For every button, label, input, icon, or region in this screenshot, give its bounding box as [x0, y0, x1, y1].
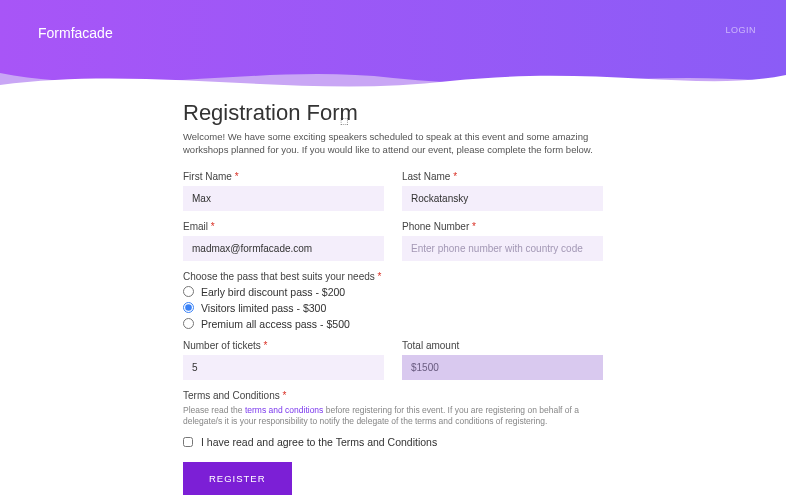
intro-text: Welcome! We have some exciting speakers …: [183, 130, 603, 157]
pass-option-early-bird[interactable]: Early bird discount pass - $200: [183, 286, 603, 298]
email-input[interactable]: [183, 236, 384, 261]
tickets-label: Number of tickets *: [183, 340, 384, 351]
pass-option-premium[interactable]: Premium all access pass - $500: [183, 318, 603, 330]
email-label: Email *: [183, 221, 384, 232]
pass-option-label: Visitors limited pass - $300: [201, 302, 326, 314]
radio-visitors[interactable]: [183, 302, 194, 313]
pass-option-label: Premium all access pass - $500: [201, 318, 350, 330]
terms-link[interactable]: terms and conditions: [245, 405, 323, 415]
register-button[interactable]: REGISTER: [183, 462, 292, 495]
phone-input[interactable]: [402, 236, 603, 261]
terms-checkbox-row[interactable]: I have read and agree to the Terms and C…: [183, 436, 603, 448]
last-name-input[interactable]: [402, 186, 603, 211]
terms-checkbox[interactable]: [183, 437, 193, 447]
terms-text: Please read the terms and conditions bef…: [183, 405, 603, 428]
brand-logo: Formfacade: [38, 25, 113, 41]
last-name-label: Last Name *: [402, 171, 603, 182]
total-label: Total amount: [402, 340, 603, 351]
form-container: Registration Form Welcome! We have some …: [183, 85, 603, 495]
page-title: Registration Form: [183, 100, 603, 126]
first-name-label: First Name *: [183, 171, 384, 182]
pass-label: Choose the pass that best suits your nee…: [183, 271, 603, 282]
pass-radio-group: Early bird discount pass - $200 Visitors…: [183, 286, 603, 330]
radio-premium[interactable]: [183, 318, 194, 329]
pass-option-visitors[interactable]: Visitors limited pass - $300: [183, 302, 603, 314]
page-header: Formfacade LOGIN: [0, 0, 786, 85]
login-link[interactable]: LOGIN: [725, 25, 756, 35]
terms-heading: Terms and Conditions *: [183, 390, 603, 401]
terms-checkbox-label: I have read and agree to the Terms and C…: [201, 436, 437, 448]
phone-label: Phone Number *: [402, 221, 603, 232]
total-output: [402, 355, 603, 380]
first-name-input[interactable]: [183, 186, 384, 211]
tickets-input[interactable]: [183, 355, 384, 380]
radio-early-bird[interactable]: [183, 286, 194, 297]
pass-option-label: Early bird discount pass - $200: [201, 286, 345, 298]
